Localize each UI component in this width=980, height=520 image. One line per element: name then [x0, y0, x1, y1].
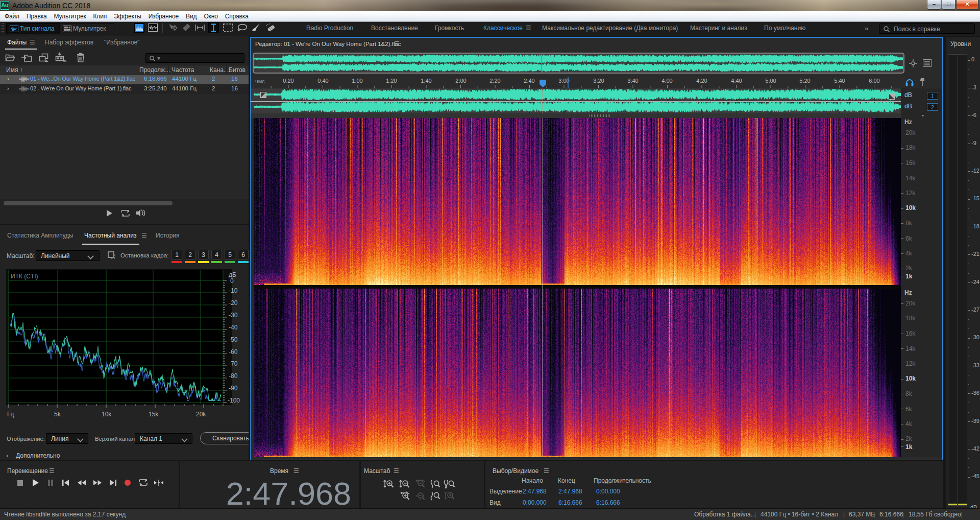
- svg-text:-90: -90: [229, 385, 238, 392]
- svg-text:6:00: 6:00: [869, 78, 879, 84]
- svg-text:-10: -10: [229, 287, 238, 294]
- svg-text:0:20: 0:20: [283, 78, 293, 84]
- svg-text:5:40: 5:40: [834, 78, 845, 84]
- svg-text:2:00: 2:00: [455, 78, 466, 84]
- svg-text:-40: -40: [229, 324, 238, 331]
- svg-text:3:20: 3:20: [593, 78, 604, 84]
- svg-text:20k: 20k: [196, 411, 206, 418]
- svg-text:5:20: 5:20: [799, 78, 810, 84]
- svg-text:-100: -100: [228, 397, 240, 404]
- svg-text:1:20: 1:20: [386, 78, 397, 84]
- svg-text:4:20: 4:20: [696, 78, 707, 84]
- svg-text:2:40: 2:40: [524, 78, 534, 84]
- svg-text:ИТК (CTI): ИТК (CTI): [11, 273, 38, 280]
- svg-text:3:40: 3:40: [627, 78, 638, 84]
- svg-text:-50: -50: [229, 336, 238, 343]
- svg-text:-60: -60: [229, 348, 238, 356]
- svg-text:1:40: 1:40: [421, 78, 431, 84]
- svg-text:5k: 5k: [54, 411, 61, 418]
- svg-text:-20: -20: [229, 299, 238, 306]
- svg-text:-30: -30: [229, 312, 238, 319]
- svg-text:2:20: 2:20: [489, 78, 500, 84]
- svg-text:0: 0: [230, 277, 234, 285]
- svg-text:15k: 15k: [149, 411, 159, 418]
- svg-text:10k: 10k: [102, 411, 112, 418]
- svg-text:4:00: 4:00: [662, 78, 672, 84]
- svg-text:-80: -80: [229, 372, 238, 380]
- svg-text:0:40: 0:40: [317, 78, 328, 84]
- svg-text:1:00: 1:00: [352, 78, 362, 84]
- svg-text:5:00: 5:00: [765, 78, 776, 84]
- svg-text:4:40: 4:40: [731, 78, 742, 84]
- svg-text:Гц: Гц: [7, 411, 14, 418]
- svg-text:-70: -70: [229, 360, 238, 367]
